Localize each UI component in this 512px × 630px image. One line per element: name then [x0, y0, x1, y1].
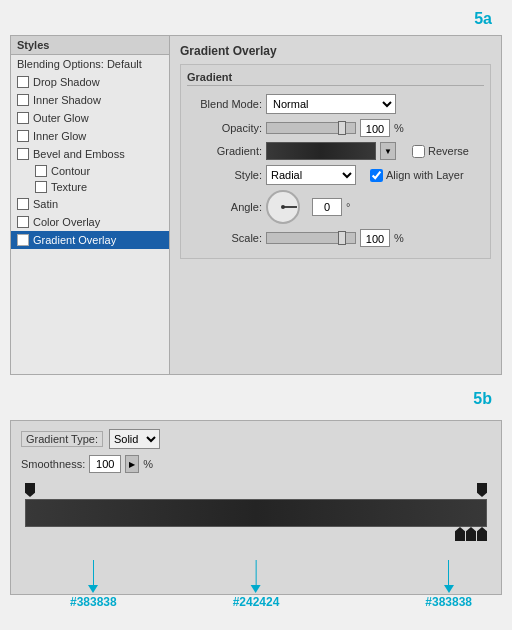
- styles-item-color-overlay[interactable]: Color Overlay: [11, 213, 169, 231]
- annotation-arrow-center: [251, 585, 261, 593]
- bottom-stop-2[interactable]: [466, 527, 476, 541]
- blend-mode-select[interactable]: Normal Multiply Screen: [266, 94, 396, 114]
- angle-dial[interactable]: [266, 190, 300, 224]
- blending-options-label: Blending Options: Default: [17, 58, 142, 70]
- gradient-row: Gradient: ▼ Reverse: [187, 142, 484, 160]
- gradient-type-label: Gradient Type:: [21, 431, 103, 447]
- bottom-stops-row: [25, 527, 487, 545]
- inner-shadow-label: Inner Shadow: [33, 94, 101, 106]
- gradient-label: Gradient:: [187, 145, 262, 157]
- color-overlay-label: Color Overlay: [33, 216, 100, 228]
- annotation-arrow-left: [88, 585, 98, 593]
- top-stop-left[interactable]: [25, 483, 35, 497]
- outer-glow-label: Outer Glow: [33, 112, 89, 124]
- angle-label: Angle:: [187, 201, 262, 213]
- reverse-checkbox[interactable]: [412, 145, 425, 158]
- style-label: Style:: [187, 169, 262, 181]
- bottom-stop-1[interactable]: [455, 527, 465, 541]
- smoothness-input[interactable]: [89, 455, 121, 473]
- annotation-label-center: #242424: [233, 595, 280, 609]
- color-overlay-checkbox[interactable]: [17, 216, 29, 228]
- inner-glow-checkbox[interactable]: [17, 130, 29, 142]
- style-row: Style: Radial Linear Angle Align with La…: [187, 165, 484, 185]
- smoothness-percent: %: [143, 458, 153, 470]
- align-layer-label: Align with Layer: [370, 169, 464, 182]
- gradient-overlay-panel: Gradient Overlay Gradient Blend Mode: No…: [170, 35, 502, 375]
- styles-item-contour[interactable]: Contour: [11, 163, 169, 179]
- style-select[interactable]: Radial Linear Angle: [266, 165, 356, 185]
- outer-glow-checkbox[interactable]: [17, 112, 29, 124]
- bottom-stop-3[interactable]: [477, 527, 487, 541]
- gradient-overlay-checkbox[interactable]: ✓: [17, 234, 29, 246]
- annotation-line-right: [448, 560, 449, 585]
- gradient-dropdown-arrow[interactable]: ▼: [380, 142, 396, 160]
- scale-row: Scale: 100 %: [187, 229, 484, 247]
- angle-input[interactable]: [312, 198, 342, 216]
- styles-item-bevel-emboss[interactable]: Bevel and Emboss: [11, 145, 169, 163]
- blend-mode-row: Blend Mode: Normal Multiply Screen: [187, 94, 484, 114]
- styles-header: Styles: [11, 36, 169, 55]
- opacity-slider[interactable]: [266, 122, 356, 134]
- degree-symbol: °: [346, 201, 350, 213]
- gradient-inner-panel: Gradient Blend Mode: Normal Multiply Scr…: [180, 64, 491, 259]
- smoothness-label: Smoothness:: [21, 458, 85, 470]
- gradient-bar[interactable]: [25, 499, 487, 527]
- inner-glow-label: Inner Glow: [33, 130, 86, 142]
- align-layer-text: Align with Layer: [386, 169, 464, 181]
- scale-value: 100: [360, 229, 390, 247]
- styles-item-gradient-overlay[interactable]: ✓ Gradient Overlay: [11, 231, 169, 249]
- inner-shadow-checkbox[interactable]: [17, 94, 29, 106]
- smoothness-row: Smoothness: ▶ %: [21, 455, 491, 473]
- annotation-center: #242424: [233, 560, 280, 609]
- contour-checkbox[interactable]: [35, 165, 47, 177]
- styles-item-outer-glow[interactable]: Outer Glow: [11, 109, 169, 127]
- styles-item-texture[interactable]: Texture: [11, 179, 169, 195]
- align-layer-checkbox[interactable]: [370, 169, 383, 182]
- bevel-emboss-checkbox[interactable]: [17, 148, 29, 160]
- scale-slider[interactable]: [266, 232, 356, 244]
- drop-shadow-label: Drop Shadow: [33, 76, 100, 88]
- top-stop-right[interactable]: [477, 483, 487, 497]
- styles-item-satin[interactable]: Satin: [11, 195, 169, 213]
- gradient-overlay-label: Gradient Overlay: [33, 234, 116, 246]
- annotation-line-center: [256, 560, 257, 585]
- scale-thumb[interactable]: [338, 231, 346, 245]
- annotations-container: #383838 #242424 #383838: [10, 560, 502, 630]
- styles-item-inner-glow[interactable]: Inner Glow: [11, 127, 169, 145]
- blend-mode-label: Blend Mode:: [187, 98, 262, 110]
- satin-checkbox[interactable]: [17, 198, 29, 210]
- section-label-5b: 5b: [473, 390, 492, 408]
- annotation-arrow-right: [444, 585, 454, 593]
- annotation-left: #383838: [70, 560, 117, 609]
- top-color-stops: [25, 483, 487, 497]
- gradient-swatch[interactable]: [266, 142, 376, 160]
- section-label-5a: 5a: [474, 10, 492, 28]
- texture-label: Texture: [51, 181, 87, 193]
- annotation-line-left: [93, 560, 94, 585]
- reverse-label: Reverse: [428, 145, 469, 157]
- styles-item-drop-shadow[interactable]: Drop Shadow: [11, 73, 169, 91]
- annotation-label-left: #383838: [70, 595, 117, 609]
- panel-title: Gradient Overlay: [180, 44, 491, 58]
- drop-shadow-checkbox[interactable]: [17, 76, 29, 88]
- annotation-label-right: #383838: [425, 595, 472, 609]
- gradient-type-row: Gradient Type: Solid Noise: [21, 429, 491, 449]
- opacity-thumb[interactable]: [338, 121, 346, 135]
- styles-item-inner-shadow[interactable]: Inner Shadow: [11, 91, 169, 109]
- texture-checkbox[interactable]: [35, 181, 47, 193]
- scale-percent: %: [394, 232, 404, 244]
- satin-label: Satin: [33, 198, 58, 210]
- gradient-bar-container: [25, 483, 487, 545]
- gradient-type-select[interactable]: Solid Noise: [109, 429, 160, 449]
- styles-item-blending-options[interactable]: Blending Options: Default: [11, 55, 169, 73]
- angle-row: Angle: °: [187, 190, 484, 224]
- panel-subtitle: Gradient: [187, 71, 484, 86]
- reverse-checkbox-label: Reverse: [412, 145, 469, 158]
- styles-list: Styles Blending Options: Default Drop Sh…: [10, 35, 170, 375]
- top-panel: Styles Blending Options: Default Drop Sh…: [10, 35, 502, 375]
- opacity-row: Opacity: 100 %: [187, 119, 484, 137]
- smoothness-stepper[interactable]: ▶: [125, 455, 139, 473]
- contour-label: Contour: [51, 165, 90, 177]
- bottom-stops-group: [455, 527, 487, 541]
- opacity-percent: %: [394, 122, 404, 134]
